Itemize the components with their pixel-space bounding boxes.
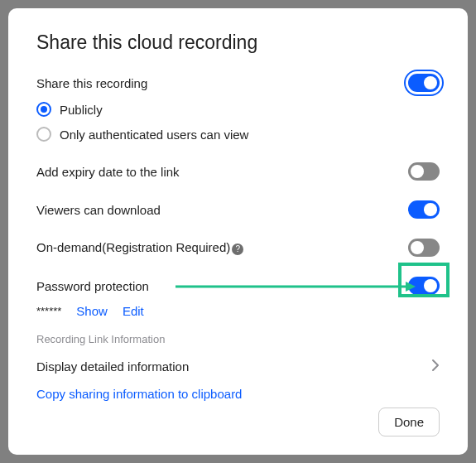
ondemand-row: On-demand(Registration Required)? [36,231,440,264]
share-visibility-group: Publicly Only authenticated users can vi… [36,97,440,147]
chevron-right-icon [431,357,440,376]
share-row: Share this recording [36,70,440,95]
password-show-link[interactable]: Show [76,304,108,318]
password-edit-link[interactable]: Edit [123,304,144,318]
password-mask: ****** [36,305,61,317]
radio-authenticated[interactable]: Only authenticated users can view [36,122,440,147]
expiry-toggle[interactable] [408,162,440,181]
password-row: Password protection [36,269,440,302]
linkinfo-section-head: Recording Link Information [36,333,440,345]
expiry-label: Add expiry date to the link [36,165,180,179]
radio-public[interactable]: Publicly [36,97,440,122]
help-icon[interactable]: ? [232,244,243,255]
ondemand-toggle[interactable] [408,239,440,257]
copy-sharing-link[interactable]: Copy sharing information to clipboard [36,387,440,401]
radio-auth-label: Only authenticated users can view [60,128,248,142]
password-toggle[interactable] [408,277,440,295]
radio-public-label: Publicly [60,103,103,117]
share-recording-dialog: Share this cloud recording Share this re… [8,8,468,455]
radio-icon-unselected [36,127,51,142]
dialog-footer: Done [36,408,440,436]
download-toggle[interactable] [408,200,440,219]
download-label: Viewers can download [36,203,161,217]
expiry-row: Add expiry date to the link [36,155,440,188]
dialog-title: Share this cloud recording [36,31,440,54]
detail-row[interactable]: Display detailed information [36,354,440,379]
share-toggle[interactable] [408,74,440,92]
ondemand-text: On-demand(Registration Required) [36,240,230,254]
password-value-row: ****** Show Edit [36,304,440,318]
ondemand-label: On-demand(Registration Required)? [36,240,243,254]
share-label: Share this recording [36,76,147,90]
radio-icon-selected [36,102,51,117]
callout-arrow-icon [175,281,416,292]
download-row: Viewers can download [36,193,440,226]
detail-label: Display detailed information [36,359,189,374]
password-label: Password protection [36,279,149,293]
done-button[interactable]: Done [378,408,440,436]
